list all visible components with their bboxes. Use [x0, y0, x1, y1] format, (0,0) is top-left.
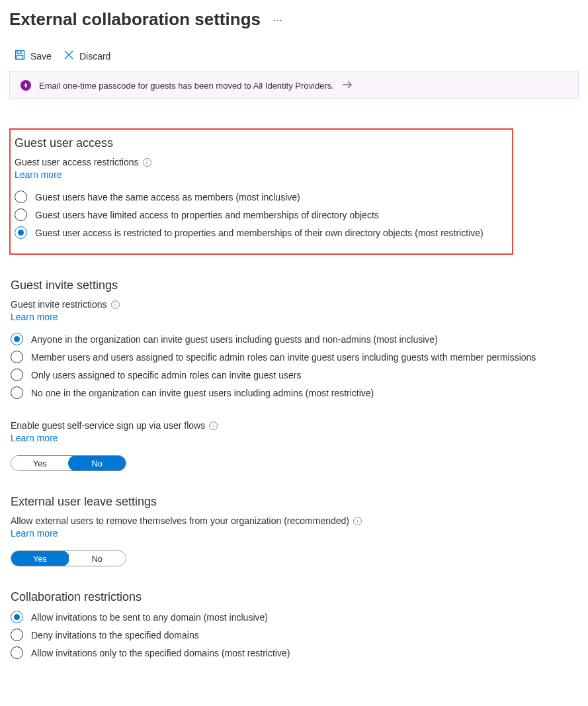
- radio-icon: [15, 226, 27, 239]
- radio-icon: [11, 351, 23, 363]
- radio-icon: [11, 386, 23, 399]
- radio-icon: [11, 646, 23, 659]
- radio-label: Member users and users assigned to speci…: [31, 352, 536, 363]
- discard-icon: [63, 50, 74, 62]
- radio-option[interactable]: Anyone in the organization can invite gu…: [11, 333, 577, 345]
- field-label: Guest user access restrictions: [15, 157, 139, 167]
- radio-option[interactable]: Deny invitations to the specified domain…: [11, 629, 577, 641]
- radio-option[interactable]: Only users assigned to specific admin ro…: [11, 369, 577, 381]
- radio-label: Only users assigned to specific admin ro…: [31, 370, 302, 380]
- section-heading: External user leave settings: [11, 495, 577, 509]
- radio-option[interactable]: Member users and users assigned to speci…: [11, 351, 577, 363]
- radio-icon: [11, 369, 23, 381]
- radio-option[interactable]: Guest users have limited access to prope…: [15, 208, 508, 221]
- page-title: External collaboration settings: [9, 9, 261, 30]
- radio-icon: [15, 191, 27, 203]
- external-leave-toggle[interactable]: Yes No: [11, 551, 126, 566]
- radio-option[interactable]: No one in the organization can invite gu…: [11, 386, 577, 399]
- info-icon[interactable]: i: [209, 421, 218, 430]
- self-service-toggle[interactable]: Yes No: [11, 455, 126, 471]
- discard-button[interactable]: Discard: [63, 50, 110, 62]
- svg-rect-2: [17, 56, 23, 60]
- save-button[interactable]: Save: [15, 50, 52, 62]
- section-heading: Guest user access: [15, 136, 508, 150]
- info-icon[interactable]: i: [111, 300, 120, 309]
- radio-label: Anyone in the organization can invite gu…: [31, 334, 438, 345]
- radio-label: Guest users have the same access as memb…: [35, 192, 300, 202]
- section-heading: Guest invite settings: [11, 279, 577, 292]
- section-guest-invite: Guest invite settings Guest invite restr…: [9, 279, 579, 471]
- svg-rect-1: [17, 51, 21, 54]
- toggle-no[interactable]: No: [69, 551, 126, 566]
- learn-more-link[interactable]: Learn more: [15, 169, 62, 180]
- toggle-yes[interactable]: Yes: [11, 551, 69, 566]
- learn-more-link[interactable]: Learn more: [11, 433, 58, 443]
- banner-text: Email one-time passcode for guests has b…: [39, 81, 334, 91]
- discard-label: Discard: [79, 51, 110, 62]
- field-label: Allow external users to remove themselve…: [11, 515, 349, 526]
- radio-option[interactable]: Guest users have the same access as memb…: [15, 191, 508, 203]
- radio-icon: [11, 629, 23, 641]
- svg-marker-5: [24, 83, 27, 88]
- section-heading: Collaboration restrictions: [11, 590, 577, 604]
- toolbar: Save Discard: [9, 50, 579, 62]
- info-banner[interactable]: Email one-time passcode for guests has b…: [9, 71, 579, 99]
- radio-label: No one in the organization can invite gu…: [31, 388, 374, 398]
- guest-access-radio-group: Guest users have the same access as memb…: [15, 191, 508, 239]
- guest-invite-radio-group: Anyone in the organization can invite gu…: [11, 333, 577, 399]
- learn-more-link[interactable]: Learn more: [11, 312, 58, 322]
- radio-option[interactable]: Guest user access is restricted to prope…: [15, 226, 508, 239]
- section-guest-user-access: Guest user access Guest user access rest…: [9, 128, 513, 255]
- radio-label: Guest user access is restricted to prope…: [35, 228, 483, 238]
- radio-icon: [11, 611, 23, 623]
- toggle-yes[interactable]: Yes: [11, 456, 69, 470]
- more-icon[interactable]: ···: [273, 13, 282, 27]
- save-label: Save: [30, 51, 52, 62]
- arrow-right-icon: [342, 81, 353, 91]
- learn-more-link[interactable]: Learn more: [11, 528, 58, 539]
- compass-icon: [21, 80, 31, 91]
- field-label: Guest invite restrictions: [11, 299, 107, 310]
- toggle-no[interactable]: No: [68, 455, 127, 471]
- radio-label: Allow invitations to be sent to any doma…: [31, 612, 268, 623]
- radio-option[interactable]: Allow invitations only to the specified …: [11, 646, 577, 659]
- section-external-leave: External user leave settings Allow exter…: [9, 495, 579, 566]
- radio-option[interactable]: Allow invitations to be sent to any doma…: [11, 611, 577, 623]
- radio-label: Guest users have limited access to prope…: [35, 210, 379, 220]
- section-collab-restrictions: Collaboration restrictions Allow invitat…: [9, 590, 579, 659]
- save-icon: [15, 50, 25, 62]
- radio-label: Allow invitations only to the specified …: [31, 648, 290, 658]
- radio-label: Deny invitations to the specified domain…: [31, 630, 199, 640]
- info-icon[interactable]: i: [353, 517, 362, 525]
- collab-restrictions-radio-group: Allow invitations to be sent to any doma…: [11, 611, 577, 659]
- radio-icon: [11, 333, 23, 345]
- field-label: Enable guest self-service sign up via us…: [11, 420, 205, 431]
- info-icon[interactable]: i: [143, 158, 151, 167]
- radio-icon: [15, 208, 27, 221]
